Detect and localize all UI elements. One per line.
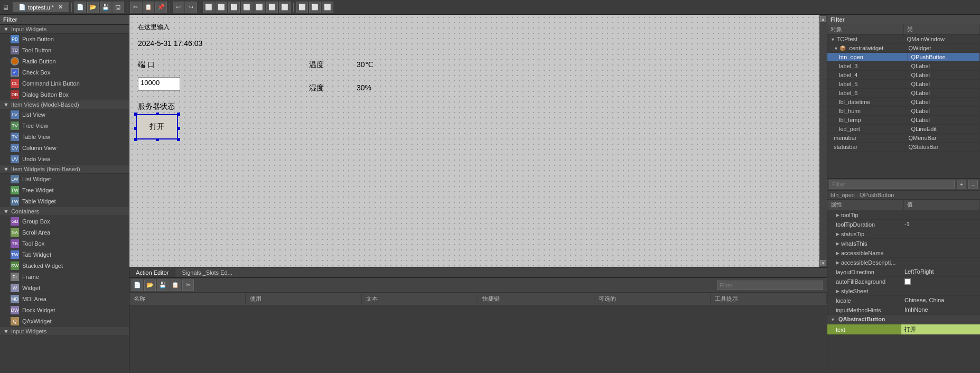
save-button[interactable]: 💾 [100, 2, 111, 13]
prop-auto-fill[interactable]: autoFillBackground [827, 277, 980, 286]
widget-table-view[interactable]: TV Table View [0, 132, 129, 143]
action-copy-btn[interactable]: 📋 [170, 279, 181, 291]
prop-stylesheet[interactable]: ▶styleSheet [827, 286, 980, 296]
tab-signals-slots[interactable]: Signals _Slots Ed... [175, 268, 239, 277]
obj-row-lbl-datetime[interactable]: lbl_datetime QLabel [827, 98, 980, 107]
prop-key: autoFillBackground [827, 277, 901, 286]
obj-row-lbl-temp[interactable]: lbl_temp QLabel [827, 116, 980, 125]
open-button[interactable]: 📂 [87, 2, 99, 13]
obj-row-label3[interactable]: label_3 QLabel [827, 62, 980, 71]
copy-button[interactable]: 📋 [143, 2, 154, 13]
widget-scroll-area[interactable]: SA Scroll Area [0, 227, 129, 238]
widget-radio-button[interactable]: Radio Button [0, 56, 129, 67]
tab-action-editor[interactable]: Action Editor [129, 268, 175, 277]
widget-tree-widget[interactable]: TW Tree Widget [0, 185, 129, 196]
break-layout-button[interactable]: ⬜ [266, 2, 278, 13]
widget-dialog-button-box[interactable]: DB Dialog Button Box [0, 89, 129, 100]
redo-button[interactable]: ↪ [185, 2, 197, 13]
tab-order-button[interactable]: ⬜ [296, 2, 308, 13]
widget-tab-widget[interactable]: TW Tab Widget [0, 249, 129, 260]
port-input[interactable]: 10000 [138, 77, 180, 91]
widget-mdi-area[interactable]: MD MDI Area [0, 294, 129, 305]
obj-row-statusbar[interactable]: statusbar QStatusBar [827, 143, 980, 152]
prop-locale[interactable]: locale Chinese, China [827, 296, 980, 305]
obj-row-label4[interactable]: label_4 QLabel [827, 71, 980, 80]
signals-button[interactable]: ⬜ [322, 2, 333, 13]
obj-row-led-port[interactable]: led_port QLineEdit [827, 125, 980, 134]
save-all-button[interactable]: 🖫 [113, 2, 124, 13]
widget-column-view[interactable]: CV Column View [0, 143, 129, 154]
btn-open[interactable]: 打开 [136, 114, 178, 139]
obj-row-label6[interactable]: label_6 QLabel [827, 89, 980, 98]
align-left-button[interactable]: ⬜ [203, 2, 214, 13]
tree-widget-icon: TW [11, 186, 19, 194]
tool-button-icon: TB [11, 46, 19, 54]
buddies-button[interactable]: ⬜ [309, 2, 321, 13]
canvas-vscroll[interactable]: ▲ ▼ [819, 15, 827, 267]
widget-table-widget[interactable]: TW Table Widget [0, 196, 129, 207]
widget-list-widget[interactable]: LW List Widget [0, 174, 129, 185]
align-center-button[interactable]: ⬜ [216, 2, 227, 13]
paste-button[interactable]: 📌 [155, 2, 167, 13]
props-filter-input[interactable] [829, 180, 955, 189]
toolbar-separator [71, 3, 72, 12]
prop-val [901, 239, 980, 248]
widget-group-box[interactable]: GB Group Box [0, 216, 129, 227]
props-add-btn[interactable]: + [957, 180, 966, 189]
obj-name: ▼ TCPtest [827, 35, 904, 43]
action-filter-input[interactable] [717, 281, 823, 290]
action-open-btn[interactable]: 📂 [144, 279, 156, 291]
undo-button[interactable]: ↩ [173, 2, 184, 13]
obj-row-centralwidget[interactable]: ▼ 📦 centralwidget QWidget [827, 44, 980, 53]
obj-row-btn-open[interactable]: btn_open QPushButton [827, 53, 980, 62]
new-button[interactable]: 📄 [74, 2, 86, 13]
section-containers[interactable]: ▼ Containers [0, 207, 129, 216]
adjust-size-button[interactable]: ⬜ [279, 2, 291, 13]
section-item-views[interactable]: ▼ Item Views (Model-Based) [0, 100, 129, 109]
widget-widget[interactable]: W Widget [0, 283, 129, 294]
widget-list-view[interactable]: LV List View [0, 109, 129, 120]
signals-slots-label: Signals _Slots Ed... [182, 269, 232, 276]
layout-h-button[interactable]: ⬜ [228, 2, 240, 13]
widget-tree-view[interactable]: TV Tree View [0, 120, 129, 132]
widget-command-link[interactable]: CL Command Link Button [0, 78, 129, 89]
scroll-area-icon: SA [11, 228, 19, 237]
prop-accessible-desc[interactable]: ▶accessibleDescripti... [827, 258, 980, 267]
prop-whats-this[interactable]: ▶whatsThis [827, 239, 980, 248]
section-item-widgets[interactable]: ▼ Item Widgets (Item-Based) [0, 165, 129, 174]
obj-name: btn_open [827, 53, 908, 61]
action-new-btn[interactable]: 📄 [132, 279, 143, 291]
tab-file[interactable]: 📄 toptest.ui* ✕ [13, 2, 69, 12]
widget-frame[interactable]: Fr Frame [0, 272, 129, 283]
props-remove-btn[interactable]: – [968, 180, 978, 189]
obj-row-menubar[interactable]: menubar QMenuBar [827, 134, 980, 143]
prop-input-method[interactable]: inputMethodHints ImhNone [827, 305, 980, 315]
widget-tool-box[interactable]: TB Tool Box [0, 238, 129, 249]
widget-undo-view[interactable]: UV Undo View [0, 154, 129, 165]
obj-row-lbl-humi[interactable]: lbl_humi QLabel [827, 107, 980, 116]
frame-icon: Fr [11, 273, 19, 281]
layout-v-button[interactable]: ⬜ [241, 2, 253, 13]
canvas-area[interactable]: 在这里输入 2024-5-31 17:46:03 端 口 温度 30℃ [129, 15, 827, 267]
section-input-widgets-2[interactable]: ▼ Input Widgets [0, 327, 129, 336]
widget-check-box[interactable]: ✓ Check Box [0, 67, 129, 78]
layout-grid-button[interactable]: ⬜ [254, 2, 265, 13]
tab-close-icon[interactable]: ✕ [58, 4, 63, 11]
widget-tool-button[interactable]: TB Tool Button [0, 45, 129, 56]
prop-status-tip[interactable]: ▶statusTip [827, 229, 980, 239]
prop-layout-dir[interactable]: layoutDirection LeftToRight [827, 267, 980, 277]
action-save-btn[interactable]: 💾 [157, 279, 169, 291]
prop-tooltip-duration[interactable]: toolTipDuration -1 [827, 220, 980, 229]
section-input-widgets[interactable]: ▼ Input Widgets [0, 25, 129, 34]
cut-button[interactable]: ✂ [130, 2, 142, 13]
widget-qax[interactable]: Q QAxWidget [0, 316, 129, 327]
prop-accessible-name[interactable]: ▶accessibleName [827, 248, 980, 258]
widget-push-button[interactable]: PB Push Button [0, 34, 129, 45]
action-delete-btn[interactable]: ✂ [182, 279, 194, 291]
obj-row-label5[interactable]: label_5 QLabel [827, 80, 980, 89]
widget-dock-widget[interactable]: DW Dock Widget [0, 305, 129, 316]
obj-row-tcptest[interactable]: ▼ TCPtest QMainWindow [827, 35, 980, 44]
prop-text[interactable]: text 打开 [827, 324, 980, 335]
prop-tooltip[interactable]: ▶toolTip [827, 210, 980, 220]
widget-stacked-widget[interactable]: SW Stacked Widget [0, 260, 129, 272]
